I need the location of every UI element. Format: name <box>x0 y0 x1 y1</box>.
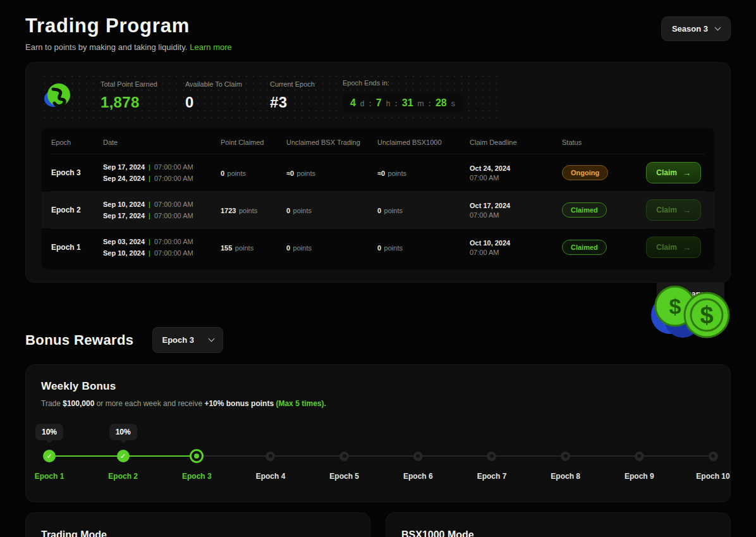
unclaimed-bsx1000-cell: ≈0 points <box>377 167 470 178</box>
step-epoch-8: Epoch 8 <box>535 418 596 481</box>
check-icon: ✓ <box>117 450 130 462</box>
status-badge: Ongoing <box>562 165 608 180</box>
stat-label: Current Epoch <box>270 80 315 88</box>
bonus-rewards-title: Bonus Rewards <box>25 332 133 349</box>
unclaimed-trading-cell: 0 points <box>286 242 377 253</box>
col-header-unclaimed-bsx1000: Unclaimed BSX1000 <box>377 139 470 146</box>
pending-step-icon <box>487 452 496 461</box>
stat-value: #3 <box>270 94 315 111</box>
bsx1000-mode-card: BSX1000 Mode Total Point Earned <box>386 512 731 537</box>
col-header-epoch: Epoch <box>51 139 103 146</box>
page-title: Trading Program <box>25 14 232 38</box>
date-cell: Sep 10, 2024|07:00:00 AM Sep 17, 2024|07… <box>103 200 221 221</box>
step-epoch-10: Epoch 10 <box>683 418 743 481</box>
unclaimed-bsx1000-cell: 0 points <box>377 242 470 253</box>
summary-toggle[interactable]: Summary <box>657 283 724 306</box>
step-epoch-3: Epoch 3 <box>166 418 227 481</box>
countdown-minutes: 31 <box>402 97 413 109</box>
points-summary-card: Total Point Earned 1,878 Available To Cl… <box>25 62 731 283</box>
claim-deadline-cell: Oct 10, 2024 07:00 AM <box>470 239 562 256</box>
pending-step-icon <box>413 452 423 461</box>
header-left: Trading Program Earn to points by making… <box>25 14 232 53</box>
epoch-cell: Epoch 1 <box>51 243 103 252</box>
header: Trading Program Earn to points by making… <box>25 14 731 53</box>
weekly-bonus-title: Weekly Bonus <box>41 380 715 393</box>
page-subtitle: Earn to points by making and taking liqu… <box>25 42 232 53</box>
weekly-bonus-card: Weekly Bonus Trade $100,000 or more each… <box>25 364 731 502</box>
step-epoch-2: 10% ✓ Epoch 2 <box>93 418 154 481</box>
pending-step-icon <box>339 452 349 461</box>
step-epoch-9: Epoch 9 <box>609 418 669 481</box>
claim-button[interactable]: Claim→ <box>646 237 701 258</box>
col-header-status: Status <box>562 139 647 146</box>
points-claimed-cell: 1723 points <box>221 204 286 216</box>
trading-mode-card: Trading Mode Total Point Earned Your Tra… <box>25 512 370 537</box>
stats-strip: Total Point Earned 1,878 Available To Cl… <box>41 73 499 120</box>
subtitle-text: Earn to points by making and taking liqu… <box>25 42 187 52</box>
bsx-logo-icon <box>42 81 73 111</box>
countdown-seconds: 28 <box>436 97 447 109</box>
points-claimed-cell: 0 points <box>221 167 286 178</box>
mode-cards-row: Trading Mode Total Point Earned Your Tra… <box>25 512 731 537</box>
epoch-cell: Epoch 2 <box>51 206 103 214</box>
arrow-right-icon: → <box>683 244 691 252</box>
pending-step-icon <box>709 452 718 461</box>
date-separator: | <box>149 163 150 171</box>
step-epoch-4: Epoch 4 <box>240 418 301 481</box>
epoch-countdown: Epoch Ends in: 4d : 7h : 31m : 28s <box>343 79 463 113</box>
date-separator: | <box>149 175 150 182</box>
current-step-icon <box>190 449 204 463</box>
table-row-epoch-1: Epoch 1 Sep 03, 2024|07:00:00 AM Sep 10,… <box>51 228 705 266</box>
claim-deadline-cell: Oct 24, 2024 07:00 AM <box>470 164 562 182</box>
epoch-selector[interactable]: Epoch 3 <box>152 327 223 353</box>
countdown-hours: 7 <box>376 97 382 109</box>
stat-value: 0 <box>185 94 242 111</box>
unclaimed-trading-cell: 0 points <box>286 204 377 216</box>
table-row-epoch-3: Epoch 3 Sep 17, 2024|07:00:00 AM Sep 24,… <box>51 154 705 191</box>
stat-total-points: Total Point Earned 1,878 <box>101 80 157 111</box>
step-epoch-1: 10% ✓ Epoch 1 <box>19 418 80 481</box>
status-badge: Claimed <box>562 202 607 218</box>
claim-deadline-cell: Oct 17, 2024 07:00 AM <box>470 202 562 219</box>
unclaimed-trading-cell: ≈0 points <box>286 167 377 178</box>
epoch-selector-label: Epoch 3 <box>162 335 194 345</box>
season-selector-label: Season 3 <box>672 24 708 34</box>
epoch-cell: Epoch 3 <box>51 168 103 177</box>
stat-current-epoch: Current Epoch #3 <box>270 80 315 111</box>
epoch-progress-stepper: 10% ✓ Epoch 1 10% ✓ Epoch 2 Epoch 3 <box>41 418 715 491</box>
table-row-epoch-2: Epoch 2 Sep 10, 2024|07:00:00 AM Sep 17,… <box>51 191 705 228</box>
trading-mode-title: Trading Mode <box>41 529 355 537</box>
season-selector[interactable]: Season 3 <box>661 16 731 41</box>
pending-step-icon <box>561 452 570 461</box>
bsx1000-mode-title: BSX1000 Mode <box>401 529 715 537</box>
pending-step-icon <box>265 452 275 461</box>
stat-available-to-claim: Available To Claim 0 <box>185 80 242 111</box>
col-header-claim-deadline: Claim Deadline <box>470 139 562 146</box>
points-claimed-cell: 155 points <box>221 242 286 253</box>
trading-program-page: Trading Program Earn to points by making… <box>0 0 756 537</box>
date-separator: | <box>149 249 150 257</box>
date-cell: Sep 17, 2024|07:00:00 AM Sep 24, 2024|07… <box>103 163 221 183</box>
chevron-up-icon <box>708 292 714 299</box>
check-icon: ✓ <box>43 450 56 462</box>
learn-more-link[interactable]: Learn more <box>190 42 231 52</box>
stat-label: Total Point Earned <box>101 80 157 88</box>
col-header-date: Date <box>103 139 221 146</box>
bonus-rewards-header: Bonus Rewards Epoch 3 <box>25 327 731 353</box>
col-header-unclaimed-trading: Unclaimed BSX Trading <box>286 139 377 146</box>
chevron-down-icon <box>209 336 215 342</box>
claim-button[interactable]: Claim→ <box>646 162 701 183</box>
status-cell: Claimed <box>562 202 647 218</box>
bonus-tooltip: 10% <box>35 424 63 440</box>
stat-label: Available To Claim <box>185 80 242 88</box>
table-header-row: Epoch Date Point Claimed Unclaimed BSX T… <box>51 129 705 154</box>
stat-value: 1,878 <box>101 94 157 111</box>
claim-button[interactable]: Claim→ <box>646 199 701 221</box>
step-epoch-7: Epoch 7 <box>461 418 522 481</box>
date-cell: Sep 03, 2024|07:00:00 AM Sep 10, 2024|07… <box>103 237 221 258</box>
date-separator: | <box>149 238 150 245</box>
arrow-right-icon: → <box>683 206 691 214</box>
weekly-bonus-description: Trade $100,000 or more each week and rec… <box>41 399 715 408</box>
step-epoch-6: Epoch 6 <box>387 418 448 481</box>
arrow-right-icon: → <box>683 169 691 177</box>
